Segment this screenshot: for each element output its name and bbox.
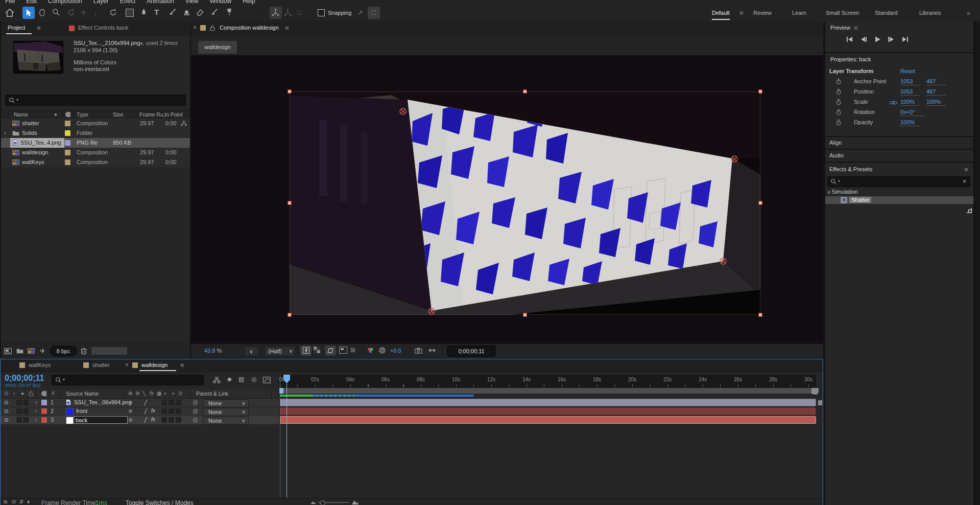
- menu-effect[interactable]: Effect: [120, 0, 135, 5]
- tab-effect-controls[interactable]: Effect Controls back: [78, 25, 128, 31]
- interpret-footage-button[interactable]: [4, 348, 12, 354]
- home-button[interactable]: [5, 8, 14, 17]
- clone-stamp-tool[interactable]: [183, 8, 190, 16]
- layer-bar-3-selected[interactable]: [280, 416, 816, 424]
- label-column-icon[interactable]: [65, 112, 70, 117]
- switch-cell[interactable]: [169, 417, 174, 423]
- layer-bar-2[interactable]: [280, 407, 816, 415]
- project-row-solids[interactable]: › Solids Folder: [1, 128, 190, 138]
- property-value-x[interactable]: 100%: [900, 99, 920, 106]
- adjustment-icon[interactable]: ✈: [40, 347, 45, 355]
- play-button[interactable]: [873, 36, 881, 43]
- timeline-right-gutter-icon[interactable]: [818, 400, 822, 405]
- layer-source-name[interactable]: front: [76, 408, 87, 414]
- menu-view[interactable]: View: [185, 0, 199, 5]
- timeline-tab-wallkeys[interactable]: wallKeys: [29, 362, 51, 368]
- used-in-comp-icon[interactable]: [181, 121, 187, 126]
- lock-cell[interactable]: [23, 417, 29, 423]
- comp-marker-bin-icon[interactable]: [811, 388, 819, 395]
- label-swatch[interactable]: [65, 150, 70, 155]
- guides-grid-options-button[interactable]: ⊞: [350, 347, 355, 354]
- workspace-standard[interactable]: Standard: [875, 10, 898, 16]
- composition-canvas[interactable]: [290, 91, 760, 315]
- timeline-menu-icon[interactable]: ≡: [180, 361, 184, 369]
- project-row-wallkeys[interactable]: wallKeys Composition 29.97 0;00: [1, 157, 190, 167]
- workspace-libraries[interactable]: Libraries: [919, 10, 941, 16]
- toggle-switches-modes-button[interactable]: Toggle Switches / Modes: [126, 499, 194, 505]
- pickwhip-arrow-icon[interactable]: ↗: [357, 9, 363, 16]
- exposure-reset-icon[interactable]: [379, 347, 386, 354]
- comp-viewer[interactable]: [191, 55, 823, 343]
- menu-file[interactable]: File: [5, 0, 15, 5]
- delete-item-button[interactable]: [81, 348, 87, 354]
- workspace-small-screen[interactable]: Small Screen: [826, 10, 859, 16]
- previous-frame-button[interactable]: [859, 36, 868, 43]
- region-of-interest-button[interactable]: [339, 347, 347, 354]
- quality-toggle[interactable]: ╱: [144, 417, 147, 423]
- layer-row-3[interactable]: ⊙ › 3 ⊕ ╱ fx @ None ∨: [1, 416, 279, 424]
- property-value[interactable]: 100%: [900, 119, 920, 126]
- effects-presets-menu-icon[interactable]: ≡: [964, 166, 968, 173]
- work-area-bar[interactable]: [279, 388, 816, 394]
- align-panel-header[interactable]: Align: [829, 140, 842, 146]
- parent-pickwhip-icon[interactable]: @: [193, 417, 198, 423]
- graph-editor-button[interactable]: [263, 377, 271, 383]
- layer-label-swatch[interactable]: [41, 408, 47, 414]
- menu-window[interactable]: Window: [209, 0, 231, 5]
- resolution-dropdown[interactable]: (Half) ∨: [265, 346, 295, 356]
- menu-help[interactable]: Help: [243, 0, 255, 5]
- workspace-learn[interactable]: Learn: [792, 10, 806, 16]
- exposure-value[interactable]: +0.0: [390, 348, 401, 354]
- layer-expander-icon[interactable]: ›: [35, 399, 37, 406]
- last-frame-button[interactable]: [901, 36, 909, 43]
- dolly-camera-tool[interactable]: ↓: [94, 9, 98, 16]
- shy-layers-button[interactable]: ☻: [226, 376, 233, 383]
- comp-panel-menu-icon[interactable]: ≡: [285, 24, 289, 32]
- magnification-value[interactable]: 43.8 %: [204, 348, 222, 354]
- timeline-timecode[interactable]: 0;00;00;11: [5, 374, 44, 383]
- search-caret-icon[interactable]: ▾: [838, 179, 840, 183]
- mask-visibility-button[interactable]: ⛶: [368, 7, 380, 19]
- properties-panel-title[interactable]: Properties: back: [830, 56, 871, 62]
- project-row-png-selected[interactable]: SSU_Tex..4.png PNG file 850 KB: [1, 138, 190, 148]
- switch-cell[interactable]: [176, 400, 181, 405]
- av-features-icon[interactable]: ⊕: [128, 408, 132, 414]
- tab-close-icon[interactable]: ×: [125, 361, 129, 369]
- playhead-line[interactable]: [286, 375, 287, 499]
- workspace-menu-icon[interactable]: ≡: [739, 9, 744, 17]
- layer-name-edit-field[interactable]: [74, 416, 128, 424]
- first-frame-button[interactable]: [846, 36, 854, 43]
- brush-tool[interactable]: [169, 8, 176, 16]
- source-name-column-header[interactable]: Source Name: [66, 391, 99, 397]
- frame-blend-button[interactable]: ▤: [238, 376, 244, 383]
- timeline-tab-walldesign[interactable]: walldesign: [141, 362, 168, 368]
- col-size[interactable]: Size: [113, 111, 123, 118]
- timeline-tab-shatter[interactable]: shatter: [92, 362, 110, 368]
- composition-mini-flowchart-button[interactable]: [213, 377, 221, 383]
- rotation-tool[interactable]: [109, 9, 117, 16]
- switch-cell[interactable]: [176, 417, 181, 423]
- switch-cell[interactable]: [169, 408, 174, 414]
- layer-expander-icon[interactable]: ›: [35, 416, 37, 423]
- audio-panel-header[interactable]: Audio: [829, 152, 844, 158]
- time-ruler[interactable]: 0:00 02s 04s 06s 08s 10s 12s 14s 16s 18s…: [279, 375, 816, 388]
- property-value-x[interactable]: 1053: [900, 78, 920, 85]
- stopwatch-icon[interactable]: [835, 119, 842, 126]
- comp-tab-title[interactable]: Composition walldesign: [220, 25, 279, 31]
- layer-source-name[interactable]: SSU_Tex...06x994.png: [74, 399, 132, 405]
- label-swatch[interactable]: [65, 121, 70, 126]
- fx-toggle[interactable]: fx: [151, 408, 155, 414]
- parent-dropdown[interactable]: None ∨: [203, 399, 249, 407]
- hand-tool[interactable]: [38, 8, 46, 17]
- parent-pickwhip-icon[interactable]: @: [193, 399, 198, 405]
- pan-camera-tool[interactable]: ✛: [81, 9, 86, 16]
- property-value[interactable]: 0x+0°: [900, 109, 925, 116]
- panel-resize-grip-icon[interactable]: [966, 208, 972, 213]
- effects-search-input[interactable]: ▾ ×: [827, 176, 970, 187]
- solo-cell[interactable]: [16, 400, 22, 405]
- expander-icon[interactable]: ›: [4, 129, 6, 136]
- shape-tool[interactable]: [126, 9, 134, 17]
- tab-project[interactable]: Project: [8, 25, 25, 31]
- menu-edit[interactable]: Edit: [26, 0, 37, 5]
- project-row-walldesign[interactable]: walldesign Composition 29.97 0;00: [1, 148, 190, 157]
